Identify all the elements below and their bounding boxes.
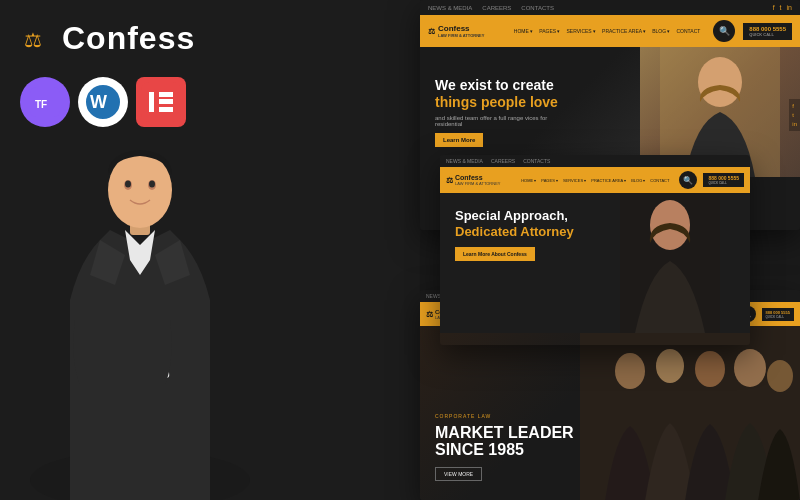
s1-topbar-careers: CAREERS xyxy=(482,5,511,11)
s2-hero-title: Special Approach, Dedicated Attorney xyxy=(455,208,574,239)
s1-nav-links: HOME ▾ PAGES ▾ SERVICES ▾ PRACTICE AREA … xyxy=(514,28,700,34)
svg-point-16 xyxy=(149,181,155,188)
s1-topbar-contacts: CONTACTS xyxy=(521,5,554,11)
person-image xyxy=(20,100,260,500)
preview-screen-2: NEWS & MEDIA CAREERS CONTACTS ⚖ Confess … xyxy=(440,155,750,345)
s3-phone: 888 000 5555 QUICK CALL xyxy=(762,308,794,321)
logo-icon: ⚖ xyxy=(20,23,52,55)
s1-social: f t in xyxy=(773,4,792,11)
s2-hero-text: Special Approach, Dedicated Attorney Lea… xyxy=(455,208,574,261)
s1-topbar-news: NEWS & MEDIA xyxy=(428,5,472,11)
s3-hero-title: MARKET LEADER SINCE 1985 xyxy=(435,424,574,459)
s3-hero-text: CORPORATE LAW MARKET LEADER SINCE 1985 V… xyxy=(435,413,574,481)
s1-search: 🔍 xyxy=(713,20,735,42)
svg-text:⚖: ⚖ xyxy=(24,29,42,51)
s3-view-more[interactable]: VIEW MORE xyxy=(435,467,482,481)
s1-hero-title: We exist to create things people love xyxy=(435,77,565,111)
s3-hero-overlay xyxy=(580,326,800,500)
s3-tag: CORPORATE LAW xyxy=(435,413,574,419)
left-panel: ⚖ Confess TF W xyxy=(0,0,420,500)
s1-topbar: NEWS & MEDIA CAREERS CONTACTS f t in xyxy=(420,0,800,15)
svg-point-20 xyxy=(698,57,742,107)
s2-hero-btn[interactable]: Learn More About Confess xyxy=(455,247,535,261)
s1-hero-text: We exist to create things people love an… xyxy=(420,62,580,163)
s2-logo: ⚖ Confess LAW FIRM & ATTORNEY xyxy=(446,174,501,186)
s1-logo: ⚖ Confess LAW FIRM & ATTORNEY xyxy=(428,24,484,38)
s2-nav-links: HOME ▾ PAGES ▾ SERVICES ▾ PRACTICE AREA … xyxy=(521,178,669,183)
header: ⚖ Confess xyxy=(0,0,420,72)
s2-hero: Special Approach, Dedicated Attorney Lea… xyxy=(440,193,750,333)
s1-social-bar: f t in xyxy=(789,99,800,131)
s1-phone: 888 000 5555 QUICK CALL xyxy=(743,23,792,40)
s3-hero: CORPORATE LAW MARKET LEADER SINCE 1985 V… xyxy=(420,326,800,500)
logo-text: Confess xyxy=(62,20,195,57)
s2-phone: 888 000 5555 QUICK CALL xyxy=(703,173,744,187)
s2-topbar: NEWS & MEDIA CAREERS CONTACTS xyxy=(440,155,750,167)
s2-nav: ⚖ Confess LAW FIRM & ATTORNEY HOME ▾ PAG… xyxy=(440,167,750,193)
svg-rect-7 xyxy=(159,92,173,97)
s1-hero-btn[interactable]: Learn More xyxy=(435,133,483,147)
svg-point-15 xyxy=(125,181,131,188)
s1-nav: ⚖ Confess LAW FIRM & ATTORNEY HOME ▾ PAG… xyxy=(420,15,800,47)
right-panel: NEWS & MEDIA CAREERS CONTACTS f t in ⚖ C… xyxy=(380,0,800,500)
s2-hero-person xyxy=(620,193,720,333)
svg-point-12 xyxy=(108,152,172,228)
s1-hero-desc: and skilled team offer a full range vice… xyxy=(435,115,565,127)
s2-search: 🔍 xyxy=(679,171,697,189)
